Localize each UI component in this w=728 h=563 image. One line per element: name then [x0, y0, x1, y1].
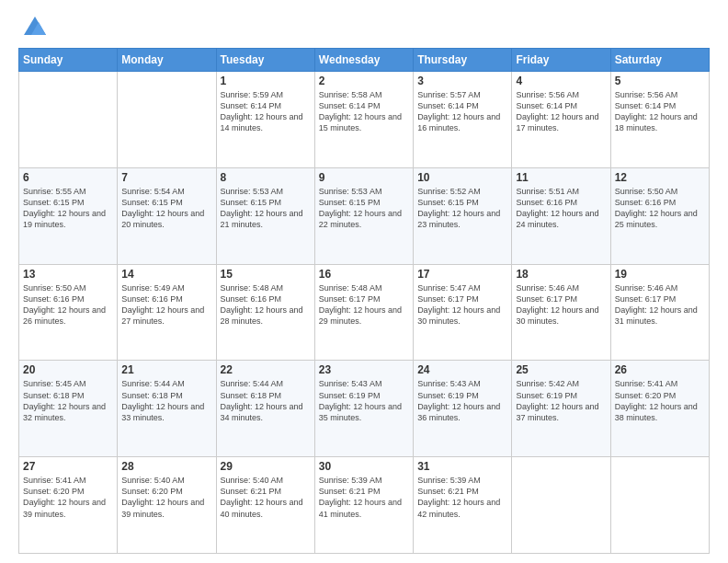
day-info: Sunrise: 5:46 AMSunset: 6:17 PMDaylight:… [516, 282, 606, 327]
day-number: 16 [319, 268, 409, 281]
day-number: 29 [221, 460, 311, 473]
calendar-cell: 2Sunrise: 5:58 AMSunset: 6:14 PMDaylight… [314, 72, 413, 168]
calendar-cell: 27Sunrise: 5:41 AMSunset: 6:20 PMDayligh… [19, 457, 118, 554]
day-number: 22 [221, 363, 311, 376]
logo-icon [22, 15, 48, 40]
day-number: 6 [23, 171, 113, 184]
calendar-cell: 8Sunrise: 5:53 AMSunset: 6:15 PMDaylight… [216, 167, 314, 264]
day-info: Sunrise: 5:40 AMSunset: 6:20 PMDaylight:… [121, 475, 211, 520]
calendar-cell: 25Sunrise: 5:42 AMSunset: 6:19 PMDayligh… [512, 361, 610, 457]
weekday-header: Friday [512, 49, 610, 72]
day-info: Sunrise: 5:55 AMSunset: 6:15 PMDaylight:… [23, 186, 113, 231]
day-number: 31 [417, 460, 507, 473]
logo [18, 15, 48, 40]
calendar-cell: 30Sunrise: 5:39 AMSunset: 6:21 PMDayligh… [314, 457, 413, 554]
day-number: 3 [417, 75, 507, 87]
day-info: Sunrise: 5:48 AMSunset: 6:17 PMDaylight:… [319, 282, 409, 327]
weekday-header: Wednesday [314, 49, 413, 72]
calendar-cell: 16Sunrise: 5:48 AMSunset: 6:17 PMDayligh… [314, 264, 413, 361]
calendar-cell: 19Sunrise: 5:46 AMSunset: 6:17 PMDayligh… [610, 264, 709, 361]
day-info: Sunrise: 5:58 AMSunset: 6:14 PMDaylight:… [319, 89, 409, 134]
day-info: Sunrise: 5:54 AMSunset: 6:15 PMDaylight:… [121, 186, 211, 231]
day-info: Sunrise: 5:45 AMSunset: 6:18 PMDaylight:… [23, 378, 113, 423]
day-number: 2 [319, 75, 409, 87]
day-number: 12 [615, 171, 705, 184]
day-number: 27 [23, 460, 113, 473]
calendar-cell: 13Sunrise: 5:50 AMSunset: 6:16 PMDayligh… [19, 264, 118, 361]
day-number: 20 [23, 363, 113, 376]
weekday-header: Thursday [414, 49, 512, 72]
calendar-cell: 20Sunrise: 5:45 AMSunset: 6:18 PMDayligh… [19, 361, 118, 457]
day-number: 28 [121, 460, 211, 473]
day-info: Sunrise: 5:48 AMSunset: 6:16 PMDaylight:… [221, 282, 311, 327]
calendar-cell: 15Sunrise: 5:48 AMSunset: 6:16 PMDayligh… [216, 264, 314, 361]
day-number: 10 [417, 171, 507, 184]
day-info: Sunrise: 5:52 AMSunset: 6:15 PMDaylight:… [417, 186, 507, 231]
calendar-cell: 12Sunrise: 5:50 AMSunset: 6:16 PMDayligh… [610, 167, 709, 264]
calendar-cell: 24Sunrise: 5:43 AMSunset: 6:19 PMDayligh… [414, 361, 512, 457]
calendar-week-row: 27Sunrise: 5:41 AMSunset: 6:20 PMDayligh… [19, 457, 710, 554]
calendar-week-row: 1Sunrise: 5:59 AMSunset: 6:14 PMDaylight… [19, 72, 710, 168]
day-number: 8 [221, 171, 311, 184]
calendar-cell: 28Sunrise: 5:40 AMSunset: 6:20 PMDayligh… [118, 457, 216, 554]
day-number: 15 [221, 268, 311, 281]
day-info: Sunrise: 5:41 AMSunset: 6:20 PMDaylight:… [615, 378, 705, 423]
calendar-cell: 11Sunrise: 5:51 AMSunset: 6:16 PMDayligh… [512, 167, 610, 264]
day-number: 9 [319, 171, 409, 184]
day-info: Sunrise: 5:56 AMSunset: 6:14 PMDaylight:… [615, 89, 705, 134]
day-info: Sunrise: 5:53 AMSunset: 6:15 PMDaylight:… [221, 186, 311, 231]
calendar-cell: 31Sunrise: 5:39 AMSunset: 6:21 PMDayligh… [414, 457, 512, 554]
day-info: Sunrise: 5:59 AMSunset: 6:14 PMDaylight:… [221, 89, 311, 134]
calendar-cell: 10Sunrise: 5:52 AMSunset: 6:15 PMDayligh… [414, 167, 512, 264]
weekday-header: Saturday [610, 49, 709, 72]
calendar-cell: 3Sunrise: 5:57 AMSunset: 6:14 PMDaylight… [414, 72, 512, 168]
calendar-table: SundayMondayTuesdayWednesdayThursdayFrid… [18, 48, 710, 554]
day-number: 13 [23, 268, 113, 281]
day-number: 1 [221, 75, 311, 87]
day-number: 26 [615, 363, 705, 376]
day-number: 21 [121, 363, 211, 376]
day-number: 17 [417, 268, 507, 281]
day-info: Sunrise: 5:39 AMSunset: 6:21 PMDaylight:… [319, 475, 409, 520]
calendar-cell: 17Sunrise: 5:47 AMSunset: 6:17 PMDayligh… [414, 264, 512, 361]
day-number: 14 [121, 268, 211, 281]
page: SundayMondayTuesdayWednesdayThursdayFrid… [0, 0, 728, 563]
calendar-cell: 4Sunrise: 5:56 AMSunset: 6:14 PMDaylight… [512, 72, 610, 168]
weekday-header: Monday [118, 49, 216, 72]
calendar-cell: 1Sunrise: 5:59 AMSunset: 6:14 PMDaylight… [216, 72, 314, 168]
calendar-week-row: 20Sunrise: 5:45 AMSunset: 6:18 PMDayligh… [19, 361, 710, 457]
calendar-week-row: 13Sunrise: 5:50 AMSunset: 6:16 PMDayligh… [19, 264, 710, 361]
day-info: Sunrise: 5:47 AMSunset: 6:17 PMDaylight:… [417, 282, 507, 327]
day-number: 4 [516, 75, 606, 87]
calendar-cell: 14Sunrise: 5:49 AMSunset: 6:16 PMDayligh… [118, 264, 216, 361]
day-info: Sunrise: 5:50 AMSunset: 6:16 PMDaylight:… [615, 186, 705, 231]
calendar-cell: 9Sunrise: 5:53 AMSunset: 6:15 PMDaylight… [314, 167, 413, 264]
calendar-cell: 6Sunrise: 5:55 AMSunset: 6:15 PMDaylight… [19, 167, 118, 264]
day-number: 19 [615, 268, 705, 281]
calendar-cell: 22Sunrise: 5:44 AMSunset: 6:18 PMDayligh… [216, 361, 314, 457]
calendar-cell: 23Sunrise: 5:43 AMSunset: 6:19 PMDayligh… [314, 361, 413, 457]
day-number: 7 [121, 171, 211, 184]
day-info: Sunrise: 5:41 AMSunset: 6:20 PMDaylight:… [23, 475, 113, 520]
day-info: Sunrise: 5:42 AMSunset: 6:19 PMDaylight:… [516, 378, 606, 423]
calendar-cell [118, 72, 216, 168]
calendar-week-row: 6Sunrise: 5:55 AMSunset: 6:15 PMDaylight… [19, 167, 710, 264]
day-info: Sunrise: 5:39 AMSunset: 6:21 PMDaylight:… [417, 475, 507, 520]
day-info: Sunrise: 5:46 AMSunset: 6:17 PMDaylight:… [615, 282, 705, 327]
calendar-cell: 29Sunrise: 5:40 AMSunset: 6:21 PMDayligh… [216, 457, 314, 554]
day-info: Sunrise: 5:43 AMSunset: 6:19 PMDaylight:… [319, 378, 409, 423]
calendar-cell [610, 457, 709, 554]
weekday-header: Sunday [19, 49, 118, 72]
day-number: 11 [516, 171, 606, 184]
day-number: 5 [615, 75, 705, 87]
day-info: Sunrise: 5:57 AMSunset: 6:14 PMDaylight:… [417, 89, 507, 134]
calendar-cell: 26Sunrise: 5:41 AMSunset: 6:20 PMDayligh… [610, 361, 709, 457]
day-info: Sunrise: 5:40 AMSunset: 6:21 PMDaylight:… [221, 475, 311, 520]
day-info: Sunrise: 5:51 AMSunset: 6:16 PMDaylight:… [516, 186, 606, 231]
day-number: 18 [516, 268, 606, 281]
day-info: Sunrise: 5:53 AMSunset: 6:15 PMDaylight:… [319, 186, 409, 231]
day-info: Sunrise: 5:50 AMSunset: 6:16 PMDaylight:… [23, 282, 113, 327]
calendar-cell: 18Sunrise: 5:46 AMSunset: 6:17 PMDayligh… [512, 264, 610, 361]
day-number: 24 [417, 363, 507, 376]
weekday-header-row: SundayMondayTuesdayWednesdayThursdayFrid… [19, 49, 710, 72]
